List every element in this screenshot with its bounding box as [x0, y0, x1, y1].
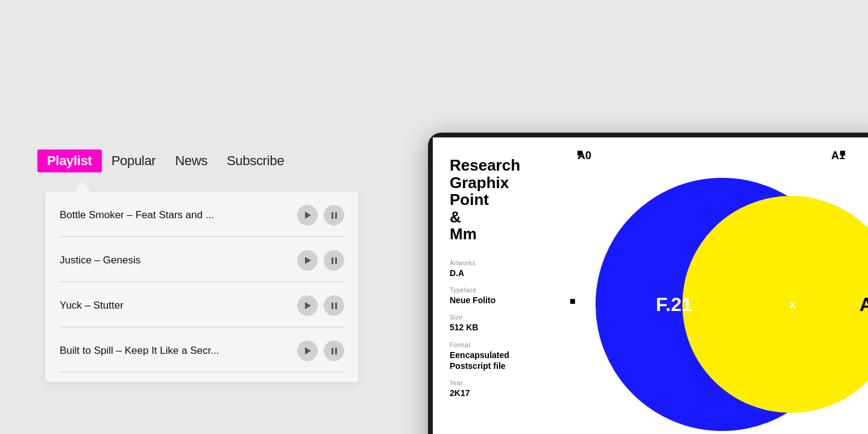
pause-icon	[332, 303, 337, 309]
track-controls	[297, 295, 344, 316]
pause-button[interactable]	[324, 295, 344, 316]
left-panel: Playlist Popular News Subscribe Bottle S…	[0, 0, 398, 434]
tab-popular[interactable]: Popular	[102, 149, 166, 172]
venn-ab-label: AB	[860, 294, 868, 316]
info-panel: ResearchGraphixPoint&Mm Artworks D.A Typ…	[433, 137, 565, 434]
play-icon	[305, 347, 311, 354]
artworks-label: Artworks	[450, 260, 549, 266]
playlist-card: Bottle Smoker – Feat Stars and ...	[45, 192, 359, 382]
track-title: Built to Spill – Keep It Like a Secr...	[60, 345, 288, 357]
track-item: Justice – Genesis	[45, 237, 359, 282]
pause-button[interactable]	[324, 205, 344, 225]
track-controls	[297, 341, 344, 361]
track-controls	[297, 205, 344, 225]
play-icon	[305, 212, 311, 219]
play-button[interactable]	[297, 205, 318, 225]
pause-button[interactable]	[324, 250, 344, 271]
play-button[interactable]	[297, 250, 318, 271]
year-value: 2K17	[450, 388, 470, 398]
venn-container: F.21 x AB	[583, 162, 868, 434]
year-label: Year	[450, 380, 549, 386]
play-icon	[305, 257, 311, 264]
track-title: Yuck – Stutter	[60, 300, 288, 312]
meta-format: Format EencapsulatedPostscript file	[450, 342, 549, 371]
meta-artworks: Artworks D.A	[450, 260, 549, 278]
tab-playlist[interactable]: Playlist	[37, 149, 102, 172]
track-title: Bottle Smoker – Feat Stars and ...	[60, 209, 288, 221]
venn-x-label: x	[790, 298, 796, 311]
size-label: Size	[450, 314, 549, 321]
font-name: ResearchGraphixPoint&Mm	[450, 157, 549, 243]
pause-icon	[332, 257, 337, 264]
tab-subscribe[interactable]: Subscribe	[217, 149, 294, 172]
play-icon	[305, 302, 311, 309]
track-title: Justice – Genesis	[60, 254, 288, 266]
meta-year: Year 2K17	[450, 380, 549, 398]
grid-square-top-left	[577, 151, 582, 156]
play-button[interactable]	[297, 295, 318, 316]
grid-square-left	[570, 299, 575, 304]
typeface-label: Typeface	[450, 287, 549, 294]
grid-square-top-right	[840, 151, 845, 156]
pause-button[interactable]	[324, 341, 344, 361]
pause-icon	[332, 212, 337, 219]
play-button[interactable]	[297, 341, 318, 361]
tab-news[interactable]: News	[165, 149, 217, 172]
meta-size: Size 512 KB	[450, 314, 549, 333]
chart-panel: A0 A1 B0 B1	[565, 137, 868, 434]
track-item: Built to Spill – Keep It Like a Secr...	[45, 327, 359, 373]
artworks-value: D.A	[450, 268, 464, 278]
format-label: Format	[450, 342, 549, 348]
format-value: EencapsulatedPostscript file	[450, 350, 509, 371]
track-item: Yuck – Stutter	[45, 282, 359, 327]
venn-center-label: F.21	[656, 294, 692, 316]
pause-icon	[332, 348, 337, 354]
device-screen: ResearchGraphixPoint&Mm Artworks D.A Typ…	[433, 137, 868, 434]
meta-typeface: Typeface Neue Folito	[450, 287, 549, 306]
track-controls	[297, 250, 344, 271]
typeface-value: Neue Folito	[450, 295, 495, 305]
track-item: Bottle Smoker – Feat Stars and ...	[45, 192, 359, 237]
nav-tabs: Playlist Popular News Subscribe	[37, 149, 294, 172]
size-value: 512 KB	[450, 322, 478, 332]
device-frame: ResearchGraphixPoint&Mm Artworks D.A Typ…	[428, 133, 868, 434]
